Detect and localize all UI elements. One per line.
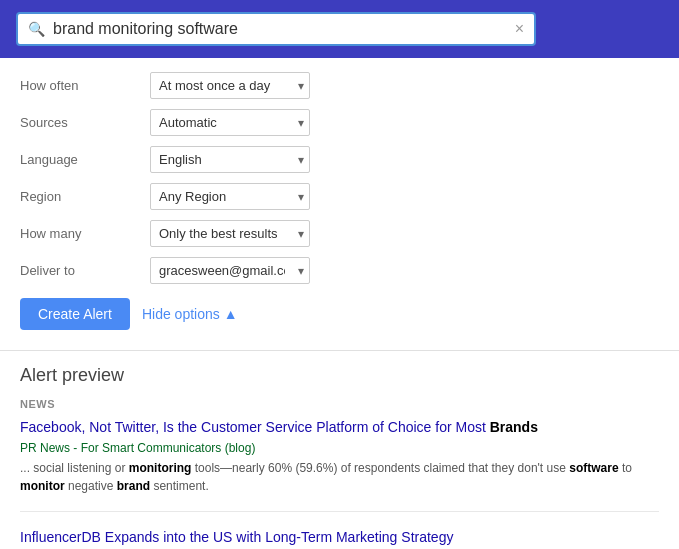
setting-row-how-many: How many Only the best results All resul… [20,220,659,247]
region-label: Region [20,189,150,204]
hide-options-text: Hide options [142,306,220,322]
alert-settings: How often At most once a day At most onc… [0,58,679,351]
how-often-label: How often [20,78,150,93]
search-icon: 🔍 [28,21,45,37]
setting-row-deliver-to: Deliver to gracesween@gmail.com [20,257,659,284]
create-alert-button[interactable]: Create Alert [20,298,130,330]
language-select-wrapper: English Any Language [150,146,310,173]
news-item-2: InfluencerDB Expands into the US with Lo… [20,528,659,549]
how-many-label: How many [20,226,150,241]
language-label: Language [20,152,150,167]
chevron-up-icon: ▲ [224,306,238,322]
news-source-1: PR News - For Smart Communicators (blog) [20,441,659,455]
deliver-to-label: Deliver to [20,263,150,278]
button-row: Create Alert Hide options ▲ [20,298,659,330]
language-select[interactable]: English Any Language [150,146,310,173]
deliver-to-select[interactable]: gracesween@gmail.com [150,257,310,284]
region-select[interactable]: Any Region [150,183,310,210]
sources-label: Sources [20,115,150,130]
setting-row-region: Region Any Region [20,183,659,210]
deliver-to-select-wrapper: gracesween@gmail.com [150,257,310,284]
setting-row-language: Language English Any Language [20,146,659,173]
main-content: How often At most once a day At most onc… [0,58,679,549]
hide-options-link[interactable]: Hide options ▲ [142,306,238,322]
news-snippet-1: ... social listening or monitoring tools… [20,459,659,495]
alert-preview-title: Alert preview [20,365,659,386]
sources-select-wrapper: Automatic News Blogs Web [150,109,310,136]
news-title-1[interactable]: Facebook, Not Twitter, Is the Customer S… [20,418,659,438]
how-often-select-wrapper: At most once a day At most once a week A… [150,72,310,99]
news-label: NEWS [20,398,659,410]
search-bar: 🔍 × [0,0,679,58]
setting-row-sources: Sources Automatic News Blogs Web [20,109,659,136]
alert-preview: Alert preview NEWS Facebook, Not Twitter… [0,351,679,549]
search-box: 🔍 × [16,12,536,46]
how-many-select-wrapper: Only the best results All results [150,220,310,247]
news-item-1: Facebook, Not Twitter, Is the Customer S… [20,418,659,512]
how-often-select[interactable]: At most once a day At most once a week A… [150,72,310,99]
region-select-wrapper: Any Region [150,183,310,210]
setting-row-how-often: How often At most once a day At most onc… [20,72,659,99]
brand-highlight-1: Brands [490,419,538,435]
sources-select[interactable]: Automatic News Blogs Web [150,109,310,136]
close-icon[interactable]: × [515,20,524,38]
how-many-select[interactable]: Only the best results All results [150,220,310,247]
search-input[interactable] [53,20,507,38]
news-title-2[interactable]: InfluencerDB Expands into the US with Lo… [20,528,659,548]
